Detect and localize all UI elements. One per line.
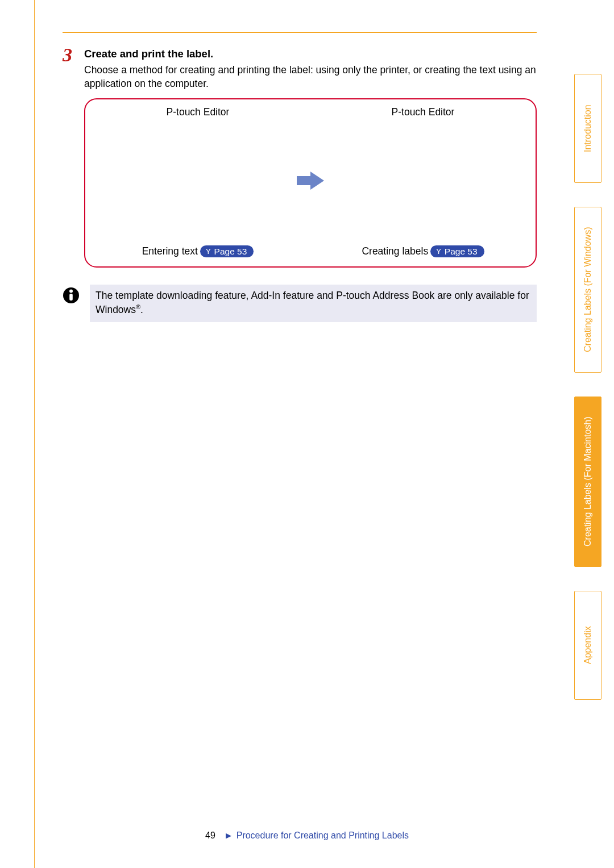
info-note: The template downloading feature, Add-In… [63, 285, 537, 322]
side-nav-tabs: Introduction Creating Labels (For Window… [574, 74, 601, 700]
diagram-left-ref: Entering text Y Page 53 [85, 245, 310, 258]
info-note-body: The template downloading feature, Add-In… [90, 285, 537, 322]
diagram-right-ref: Creating labels Y Page 53 [310, 245, 536, 258]
registered-mark: ® [136, 303, 140, 310]
triangle-right-icon: ▶ [226, 831, 231, 840]
page-link-badge-right[interactable]: Y Page 53 [430, 245, 484, 258]
note-text: The template downloading feature, Add-In… [96, 290, 529, 315]
page-link-badge-left[interactable]: Y Page 53 [200, 245, 254, 258]
diagram-left-title: P-touch Editor [85, 106, 310, 118]
tab-label: Appendix [583, 627, 593, 665]
left-margin-rule [34, 0, 35, 868]
tab-appendix[interactable]: Appendix [574, 591, 601, 700]
tab-label: Introduction [583, 105, 593, 152]
step-body: Create and print the label. Choose a met… [84, 45, 537, 90]
diagram-left-ref-label: Entering text [142, 245, 198, 257]
info-icon [63, 287, 80, 304]
step-number: 3 [63, 45, 84, 65]
step-title: Create and print the label. [84, 48, 537, 60]
svg-rect-2 [69, 294, 73, 301]
diagram-left-pane: P-touch Editor Entering text Y Page 53 [85, 99, 310, 266]
svg-point-3 [69, 290, 73, 293]
step-3: 3 Create and print the label. Choose a m… [63, 45, 537, 90]
top-rule [63, 32, 537, 33]
page-link-text: Page 53 [445, 247, 478, 256]
note-text-end: . [140, 304, 143, 315]
tab-label: Creating Labels (For Macintosh) [583, 417, 593, 547]
document-page: 3 Create and print the label. Choose a m… [0, 0, 614, 868]
diagram-right-ref-label: Creating labels [362, 245, 428, 257]
diagram-box: P-touch Editor Entering text Y Page 53 P… [84, 98, 537, 268]
diagram-right-pane: P-touch Editor Creating labels Y Page 53 [310, 99, 536, 266]
tab-label: Creating Labels (For Windows) [583, 227, 593, 353]
arrow-right-icon: Y [436, 248, 441, 255]
tab-creating-labels-windows[interactable]: Creating Labels (For Windows) [574, 207, 601, 373]
page-footer: 49 ▶ Procedure for Creating and Printing… [0, 831, 614, 841]
step-description: Choose a method for creating and printin… [84, 64, 537, 90]
page-number: 49 [205, 831, 215, 840]
page-link-text: Page 53 [214, 247, 247, 256]
footer-title-link[interactable]: Procedure for Creating and Printing Labe… [237, 831, 409, 840]
tab-creating-labels-macintosh[interactable]: Creating Labels (For Macintosh) [574, 397, 601, 567]
diagram-right-title: P-touch Editor [310, 106, 536, 118]
arrow-right-icon: Y [206, 248, 211, 255]
tab-introduction[interactable]: Introduction [574, 74, 601, 183]
main-content: 3 Create and print the label. Choose a m… [63, 45, 537, 322]
